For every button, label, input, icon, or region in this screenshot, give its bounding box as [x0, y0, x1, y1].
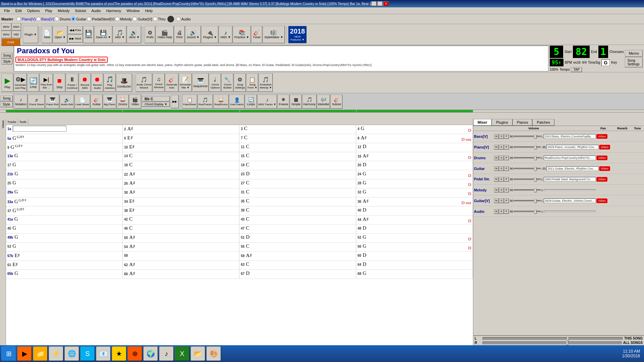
generate-play-button[interactable]: ⚙▶ Generateand Play	[14, 73, 27, 92]
audio-radio[interactable]: Audio	[176, 17, 191, 21]
freeze-button[interactable]: ❄ Freeze	[277, 95, 289, 109]
song-settings-btn2[interactable]: ⚙ SongSettings	[234, 73, 246, 92]
piano-vol-slider[interactable]	[514, 146, 541, 148]
loop-button[interactable]: 🔄 Loop	[27, 73, 39, 92]
menu-melody[interactable]: Melody	[55, 8, 72, 13]
piano-name[interactable]: 2829:Piano, Acoustic, Rhythm CountryPopM…	[546, 145, 598, 149]
melody-m-btn[interactable]: M	[494, 188, 499, 192]
chord-cell[interactable]: 55C	[239, 243, 356, 251]
memo-button[interactable]: Memo	[625, 50, 643, 57]
gv-name[interactable]: 2829:Guitar, Electric, Soloist,CountryPo…	[544, 198, 596, 203]
chord-cell[interactable]: 15C	[239, 152, 356, 161]
midi-button[interactable]: ♪ MIDI ▼	[219, 26, 232, 43]
chord-cell[interactable]: 46C	[123, 225, 239, 233]
chord-cell[interactable]: 20D	[356, 161, 473, 170]
drums-name[interactable]: RealDrums=PopCountry16ths^01-a:Closed Ha…	[544, 156, 596, 160]
paint-btn[interactable]: 🎨	[206, 346, 221, 361]
thru-radio[interactable]: Thru	[153, 17, 166, 21]
song-side-btn[interactable]: Song	[0, 96, 13, 101]
mid-button[interactable]: 🎵 .MID ▼	[113, 26, 126, 43]
guitar-name[interactable]: 2911:Guitar, Electric, Rhythm CountryPop…	[546, 166, 598, 171]
chord-cell[interactable]: 36A♯D sus	[356, 197, 473, 206]
chord-cell[interactable]: 19C	[239, 161, 356, 170]
style-name-badge[interactable]: BULLDOGS.STY Bulldogs Modern Country w S…	[15, 57, 108, 63]
chord-cell[interactable]: 39C	[239, 206, 356, 215]
chord-sheet-view-button[interactable]: ♬ Chord Sheet	[28, 95, 45, 109]
media-player-btn[interactable]: ▶	[17, 346, 32, 361]
pianos-tab[interactable]: Pianos	[513, 119, 533, 126]
ps-vol-slider[interactable]	[514, 179, 541, 180]
daw-btn[interactable]: DAW	[1, 39, 20, 46]
chord-cell[interactable]: 7C	[239, 134, 356, 143]
chord-cell[interactable]: 21bG	[6, 170, 123, 179]
prev-button[interactable]: ◀◀ Prev	[68, 26, 83, 34]
sequencer-button[interactable]: 🎹 Sequencer	[192, 73, 209, 92]
embellish-button[interactable]: 🎵 EmbellishMelody ▼	[259, 73, 273, 92]
plugin-btn[interactable]: Plugin ▼	[23, 26, 38, 43]
minimize-button[interactable]: ─	[371, 1, 377, 6]
bass-s-btn[interactable]: S	[499, 134, 504, 139]
chord-cell[interactable]: 30A♯	[123, 188, 239, 197]
guitar-video-badge[interactable]: Video	[599, 166, 610, 171]
new-features-button[interactable]: 2018 NEW Features ▼	[288, 26, 307, 43]
melody-radio[interactable]: Melody	[115, 17, 132, 21]
save-as-button[interactable]: 💾 Save As ▼	[94, 26, 112, 43]
next-button[interactable]: ▶▶ Next	[68, 35, 83, 43]
harmony-button[interactable]: 🎵 Harmony	[302, 95, 317, 109]
big-piano-button[interactable]: 🎹 Big Piano	[103, 95, 116, 109]
chord-cell[interactable]: 61E♯	[6, 261, 123, 269]
gv-m-btn[interactable]: M	[494, 198, 499, 203]
chrome-btn[interactable]: 🌐	[64, 346, 79, 361]
chord-cell[interactable]: 26A♯	[123, 179, 239, 188]
chord-cell[interactable]: 28GD	[356, 179, 473, 188]
piano-s-btn[interactable]: S	[499, 145, 504, 149]
gv-video-badge[interactable]: Video	[596, 198, 607, 203]
tuner-button[interactable]: 🎸 Tuner	[251, 26, 262, 43]
chord-cell[interactable]: 16A♯D	[356, 152, 473, 161]
drums-s-btn[interactable]: S	[499, 156, 504, 160]
menu-audio[interactable]: Audio	[89, 8, 104, 13]
audio-chord-wizard-button[interactable]: 🎵 Audio ChordWizard	[136, 73, 152, 92]
chord-cell[interactable]: 50A♯	[123, 234, 239, 242]
maximize-button[interactable]: □	[377, 1, 383, 6]
guitar-p-btn[interactable]: P	[504, 166, 509, 171]
practice-button[interactable]: 📚 Practice ▼	[233, 26, 251, 43]
realtracks-button[interactable]: 🎵 RealTracks	[198, 95, 213, 109]
chord-cell[interactable]: 62A♯	[123, 261, 239, 269]
skype-btn[interactable]: S	[80, 346, 95, 361]
chord-cell[interactable]: 33aGG/F♯	[6, 197, 123, 206]
chord-cell[interactable]: 53G	[6, 243, 123, 251]
bass-m-btn[interactable]: M	[494, 134, 499, 139]
chord-cell[interactable]: 57bE♯	[6, 252, 123, 260]
chord-cell[interactable]: 66A♯	[123, 270, 239, 279]
chord-cell[interactable]: 51D	[239, 234, 356, 242]
notation-view-button[interactable]: ♪ Notation	[14, 95, 28, 109]
chord-cell[interactable]: 32GD	[356, 188, 473, 197]
menu-edit[interactable]: Edit	[13, 8, 24, 13]
master-r-slider[interactable]	[483, 342, 622, 344]
drums-vol-slider[interactable]	[514, 157, 541, 159]
audio-edit-button[interactable]: 🔊 Audio Edit	[60, 95, 74, 109]
chord-cell[interactable]: 27C	[239, 179, 356, 188]
chord-display-button[interactable]: Chord Display ▼	[142, 102, 170, 107]
mixer-tab[interactable]: Mixer	[473, 119, 492, 126]
piano-p-btn[interactable]: P	[504, 145, 509, 149]
wav-btn[interactable]: WAV	[1, 23, 11, 31]
record-midi-button[interactable]: ⏺ RecordMIDI	[79, 73, 91, 92]
audio-p-btn[interactable]: P	[504, 209, 509, 214]
new-button[interactable]: 📄 New	[42, 26, 52, 43]
song-settings-button[interactable]: SongSettings	[625, 57, 643, 67]
chord-cell[interactable]: 4GD	[356, 125, 473, 134]
video-help-button[interactable]: 🎬 Video Help	[156, 26, 174, 43]
sound-button[interactable]: 🔊 Sound ▼	[185, 26, 201, 43]
song-tab-button[interactable]: Song	[1, 53, 12, 58]
bass-radio[interactable]: Bass[V]	[36, 17, 54, 21]
melody-s-btn[interactable]: S	[499, 188, 504, 192]
stop-button[interactable]: ■ Stop	[53, 73, 65, 92]
views-label[interactable]: Views	[1, 119, 5, 130]
chord-cell[interactable]: 58	[123, 252, 239, 260]
stylemaker-button[interactable]: 🎼 StyleMaker ▼	[263, 26, 285, 43]
patches-tab[interactable]: Patches	[532, 119, 554, 126]
chord-cell[interactable]: 31C	[239, 188, 356, 197]
chord-window-button[interactable]: ♫ ChordWindow	[153, 73, 165, 92]
